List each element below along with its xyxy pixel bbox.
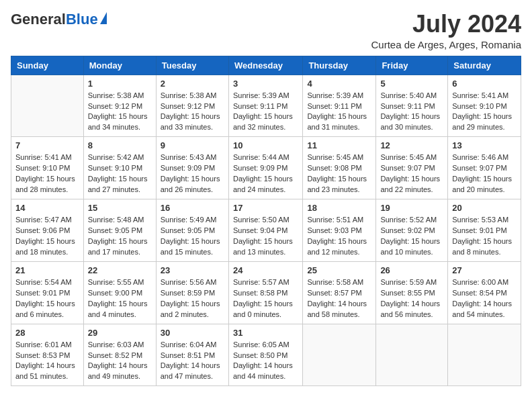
day-number: 4 — [307, 79, 371, 89]
weekday-header: Tuesday — [156, 56, 228, 75]
calendar-cell: 23Sunrise: 5:56 AM Sunset: 8:59 PM Dayli… — [156, 261, 228, 324]
day-info: Sunrise: 6:01 AM Sunset: 8:53 PM Dayligh… — [15, 340, 79, 383]
title-block: July 2024 Curtea de Arges, Arges, Romani… — [371, 11, 521, 50]
day-number: 28 — [15, 328, 79, 338]
day-number: 16 — [161, 203, 224, 213]
calendar-cell: 17Sunrise: 5:50 AM Sunset: 9:04 PM Dayli… — [228, 199, 302, 262]
day-info: Sunrise: 5:57 AM Sunset: 8:58 PM Dayligh… — [233, 277, 298, 320]
day-info: Sunrise: 5:45 AM Sunset: 9:07 PM Dayligh… — [380, 152, 443, 195]
calendar-cell: 1Sunrise: 5:38 AM Sunset: 9:12 PM Daylig… — [83, 75, 156, 137]
day-number: 12 — [380, 140, 443, 150]
day-number: 27 — [452, 265, 517, 275]
calendar-cell: 16Sunrise: 5:49 AM Sunset: 9:05 PM Dayli… — [156, 199, 228, 262]
day-number: 18 — [307, 203, 371, 213]
header: General Blue July 2024 Curtea de Arges, … — [11, 11, 521, 50]
weekday-header: Sunday — [11, 56, 84, 75]
day-info: Sunrise: 5:48 AM Sunset: 9:05 PM Dayligh… — [88, 215, 152, 258]
calendar-cell: 31Sunrise: 6:05 AM Sunset: 8:50 PM Dayli… — [228, 324, 302, 386]
day-number: 26 — [380, 265, 443, 275]
day-info: Sunrise: 5:47 AM Sunset: 9:06 PM Dayligh… — [15, 215, 79, 258]
calendar-cell: 27Sunrise: 6:00 AM Sunset: 8:54 PM Dayli… — [448, 261, 521, 324]
calendar-cell: 6Sunrise: 5:41 AM Sunset: 9:10 PM Daylig… — [448, 75, 521, 137]
logo-triangle-icon — [100, 12, 107, 24]
day-number: 29 — [88, 328, 152, 338]
day-number: 15 — [88, 203, 152, 213]
day-info: Sunrise: 5:59 AM Sunset: 8:55 PM Dayligh… — [380, 277, 443, 320]
day-info: Sunrise: 5:45 AM Sunset: 9:08 PM Dayligh… — [307, 152, 371, 195]
month-title: July 2024 — [371, 11, 521, 38]
day-info: Sunrise: 5:43 AM Sunset: 9:09 PM Dayligh… — [161, 152, 224, 195]
day-number: 5 — [380, 79, 443, 89]
calendar-cell: 7Sunrise: 5:41 AM Sunset: 9:10 PM Daylig… — [11, 137, 84, 199]
day-info: Sunrise: 5:54 AM Sunset: 9:01 PM Dayligh… — [15, 277, 79, 320]
week-row: 21Sunrise: 5:54 AM Sunset: 9:01 PM Dayli… — [11, 261, 521, 324]
day-info: Sunrise: 5:38 AM Sunset: 9:12 PM Dayligh… — [161, 91, 224, 134]
calendar-cell: 10Sunrise: 5:44 AM Sunset: 9:09 PM Dayli… — [228, 137, 302, 199]
calendar-table: SundayMondayTuesdayWednesdayThursdayFrid… — [11, 56, 521, 387]
day-number: 31 — [233, 328, 298, 338]
day-info: Sunrise: 5:39 AM Sunset: 9:11 PM Dayligh… — [233, 91, 298, 134]
weekday-header: Friday — [376, 56, 448, 75]
calendar-cell — [303, 324, 376, 386]
day-info: Sunrise: 6:00 AM Sunset: 8:54 PM Dayligh… — [452, 277, 517, 320]
calendar-cell: 2Sunrise: 5:38 AM Sunset: 9:12 PM Daylig… — [156, 75, 228, 137]
calendar-cell: 20Sunrise: 5:53 AM Sunset: 9:01 PM Dayli… — [448, 199, 521, 262]
day-info: Sunrise: 5:40 AM Sunset: 9:11 PM Dayligh… — [380, 91, 443, 134]
weekday-header: Thursday — [303, 56, 376, 75]
calendar-cell: 24Sunrise: 5:57 AM Sunset: 8:58 PM Dayli… — [228, 261, 302, 324]
day-info: Sunrise: 5:53 AM Sunset: 9:01 PM Dayligh… — [452, 215, 517, 258]
day-number: 9 — [161, 140, 224, 150]
logo-general-text: General — [11, 11, 66, 28]
calendar-cell: 25Sunrise: 5:58 AM Sunset: 8:57 PM Dayli… — [303, 261, 376, 324]
day-info: Sunrise: 6:04 AM Sunset: 8:51 PM Dayligh… — [161, 340, 224, 383]
day-info: Sunrise: 5:39 AM Sunset: 9:11 PM Dayligh… — [307, 91, 371, 134]
week-row: 7Sunrise: 5:41 AM Sunset: 9:10 PM Daylig… — [11, 137, 521, 199]
logo: General Blue — [11, 11, 107, 28]
day-info: Sunrise: 6:05 AM Sunset: 8:50 PM Dayligh… — [233, 340, 298, 383]
calendar-cell: 30Sunrise: 6:04 AM Sunset: 8:51 PM Dayli… — [156, 324, 228, 386]
day-number: 25 — [307, 265, 371, 275]
calendar-cell: 29Sunrise: 6:03 AM Sunset: 8:52 PM Dayli… — [83, 324, 156, 386]
day-info: Sunrise: 5:55 AM Sunset: 9:00 PM Dayligh… — [88, 277, 152, 320]
week-row: 1Sunrise: 5:38 AM Sunset: 9:12 PM Daylig… — [11, 75, 521, 137]
day-number: 24 — [233, 265, 298, 275]
calendar-cell — [11, 75, 84, 137]
day-info: Sunrise: 5:41 AM Sunset: 9:10 PM Dayligh… — [15, 152, 79, 195]
day-info: Sunrise: 5:41 AM Sunset: 9:10 PM Dayligh… — [452, 91, 517, 134]
weekday-header: Saturday — [448, 56, 521, 75]
weekday-header: Monday — [83, 56, 156, 75]
day-number: 13 — [452, 140, 517, 150]
day-info: Sunrise: 5:49 AM Sunset: 9:05 PM Dayligh… — [161, 215, 224, 258]
day-number: 19 — [380, 203, 443, 213]
day-info: Sunrise: 5:38 AM Sunset: 9:12 PM Dayligh… — [88, 91, 152, 134]
day-info: Sunrise: 5:42 AM Sunset: 9:10 PM Dayligh… — [88, 152, 152, 195]
calendar-cell: 4Sunrise: 5:39 AM Sunset: 9:11 PM Daylig… — [303, 75, 376, 137]
calendar-cell: 11Sunrise: 5:45 AM Sunset: 9:08 PM Dayli… — [303, 137, 376, 199]
calendar-cell: 9Sunrise: 5:43 AM Sunset: 9:09 PM Daylig… — [156, 137, 228, 199]
day-number: 7 — [15, 140, 79, 150]
calendar-cell: 5Sunrise: 5:40 AM Sunset: 9:11 PM Daylig… — [376, 75, 448, 137]
day-number: 8 — [88, 140, 152, 150]
weekday-header: Wednesday — [228, 56, 302, 75]
calendar-cell — [376, 324, 448, 386]
day-info: Sunrise: 5:52 AM Sunset: 9:02 PM Dayligh… — [380, 215, 443, 258]
calendar-cell: 22Sunrise: 5:55 AM Sunset: 9:00 PM Dayli… — [83, 261, 156, 324]
calendar-cell: 28Sunrise: 6:01 AM Sunset: 8:53 PM Dayli… — [11, 324, 84, 386]
calendar-cell: 19Sunrise: 5:52 AM Sunset: 9:02 PM Dayli… — [376, 199, 448, 262]
calendar-cell: 21Sunrise: 5:54 AM Sunset: 9:01 PM Dayli… — [11, 261, 84, 324]
day-number: 11 — [307, 140, 371, 150]
calendar-cell: 12Sunrise: 5:45 AM Sunset: 9:07 PM Dayli… — [376, 137, 448, 199]
day-number: 22 — [88, 265, 152, 275]
day-number: 3 — [233, 79, 298, 89]
day-number: 20 — [452, 203, 517, 213]
week-row: 14Sunrise: 5:47 AM Sunset: 9:06 PM Dayli… — [11, 199, 521, 262]
week-row: 28Sunrise: 6:01 AM Sunset: 8:53 PM Dayli… — [11, 324, 521, 386]
day-number: 17 — [233, 203, 298, 213]
day-info: Sunrise: 5:56 AM Sunset: 8:59 PM Dayligh… — [161, 277, 224, 320]
day-number: 1 — [88, 79, 152, 89]
calendar-cell: 26Sunrise: 5:59 AM Sunset: 8:55 PM Dayli… — [376, 261, 448, 324]
day-info: Sunrise: 6:03 AM Sunset: 8:52 PM Dayligh… — [88, 340, 152, 383]
day-info: Sunrise: 5:58 AM Sunset: 8:57 PM Dayligh… — [307, 277, 371, 320]
page-container: General Blue July 2024 Curtea de Arges, … — [11, 11, 521, 386]
calendar-cell: 15Sunrise: 5:48 AM Sunset: 9:05 PM Dayli… — [83, 199, 156, 262]
